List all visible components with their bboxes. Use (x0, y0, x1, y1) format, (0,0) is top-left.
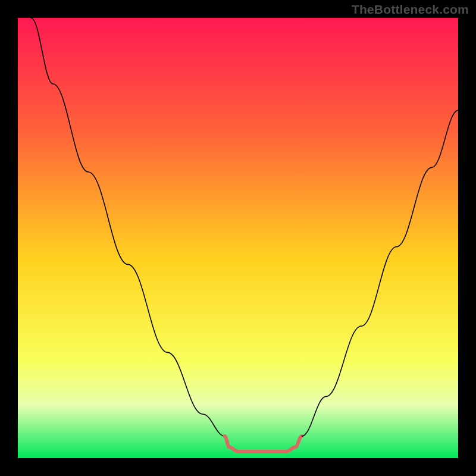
series-ideal-flat (225, 436, 302, 452)
curve-layer (18, 18, 458, 458)
watermark-text: TheBottleneck.com (352, 2, 469, 17)
chart-frame: TheBottleneck.com (0, 0, 476, 476)
series-bottleneck-right (302, 110, 458, 436)
series-bottleneck-left (31, 18, 225, 436)
plot-area (18, 18, 458, 458)
